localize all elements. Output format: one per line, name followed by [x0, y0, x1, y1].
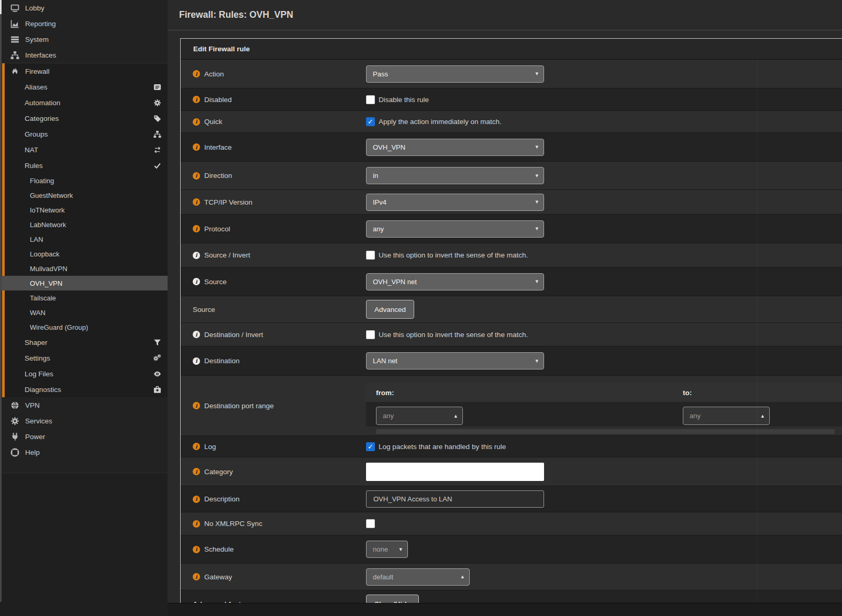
sidebar-item-vpn[interactable]: VPN: [0, 397, 168, 413]
sidebar-item-shaper[interactable]: Shaper: [0, 334, 168, 350]
interfaces-icon: [10, 51, 19, 60]
interface-select[interactable]: OVH_VPN▾: [366, 139, 544, 156]
description-input[interactable]: OVH_VPN Access to LAN: [366, 490, 544, 508]
schedule-select[interactable]: none▾: [366, 541, 408, 558]
info-icon[interactable]: i: [193, 252, 200, 259]
source-advanced-button[interactable]: Advanced: [366, 300, 414, 319]
info-icon[interactable]: i: [193, 118, 200, 126]
sidebar-item-groups[interactable]: Groups: [0, 126, 168, 142]
sidebar-item-settings[interactable]: Settings: [0, 350, 168, 366]
field-label-cell: iLog: [181, 436, 366, 457]
sidebar-item-system[interactable]: System: [0, 31, 168, 47]
no-xmlrpc-sync-checkbox[interactable]: [366, 519, 375, 528]
info-icon[interactable]: i: [193, 468, 200, 475]
sidebar-item-automation[interactable]: Automation: [0, 95, 168, 110]
info-icon[interactable]: i: [193, 546, 200, 553]
source-invert-checkbox-label: Use this option to invert the sense of t…: [379, 251, 528, 259]
log-checkbox[interactable]: ✓: [366, 442, 375, 451]
info-icon[interactable]: i: [193, 331, 200, 338]
exchange-icon: [153, 146, 161, 154]
info-icon[interactable]: i: [193, 496, 200, 503]
sidebar-item-loopback[interactable]: Loopback: [0, 247, 168, 261]
form-row-category: iCategory: [181, 457, 842, 486]
sidebar-item-services[interactable]: Services: [0, 413, 168, 429]
port-from-select[interactable]: any▴: [376, 407, 463, 425]
protocol-select[interactable]: any▾: [366, 220, 544, 238]
source-select[interactable]: OVH_VPN net▾: [366, 273, 544, 290]
sidebar-item-guestnetwork[interactable]: GuestNetwork: [0, 188, 168, 203]
form-row-action: iActionPass▾: [181, 60, 842, 88]
sidebar-item-lobby[interactable]: Lobby: [0, 0, 168, 16]
sidebar-item-interfaces[interactable]: Interfaces: [0, 47, 168, 63]
sidebar-item-iotnetwork[interactable]: IoTNetwork: [0, 203, 168, 217]
info-icon[interactable]: i: [193, 172, 200, 180]
sidebar-item-help[interactable]: Help: [0, 444, 168, 460]
sidebar-item-power[interactable]: Power: [0, 429, 168, 444]
info-icon[interactable]: i: [193, 70, 200, 77]
form-row-direction: iDirectionin▾: [181, 161, 842, 189]
quick-checkbox[interactable]: ✓: [366, 117, 375, 126]
sidebar-item-categories[interactable]: Categories: [0, 110, 168, 126]
info-icon[interactable]: i: [193, 198, 200, 206]
info-icon[interactable]: i: [193, 357, 200, 365]
sidebar-item-label: Tailscale: [30, 294, 56, 302]
sidebar-item-lan[interactable]: LAN: [0, 232, 168, 247]
panel-title: Edit Firewall rule: [193, 45, 250, 53]
sidebar-item-tailscale[interactable]: Tailscale: [0, 290, 168, 305]
category-input[interactable]: [366, 463, 544, 481]
gateway-select[interactable]: default▴: [366, 568, 470, 586]
gear-icon: [10, 417, 19, 425]
info-icon[interactable]: i: [193, 96, 200, 103]
sidebar-item-labnetwork[interactable]: LabNetwork: [0, 217, 168, 232]
sidebar-item-mullvadvpn[interactable]: MullvadVPN: [0, 261, 168, 276]
selected-value: any: [690, 412, 701, 420]
source-invert-checkbox[interactable]: [366, 251, 375, 260]
sidebar-scrollbar-track[interactable]: [0, 0, 2, 602]
sidebar-item-wan[interactable]: WAN: [0, 305, 168, 320]
info-icon[interactable]: i: [193, 520, 200, 528]
sidebar-item-floating[interactable]: Floating: [0, 173, 168, 188]
info-icon[interactable]: i: [193, 402, 200, 409]
sidebar-item-label: Settings: [25, 354, 50, 362]
life-ring-icon: [10, 448, 19, 457]
field-label: Action: [204, 70, 224, 78]
port-range-scrollbar[interactable]: [376, 429, 835, 434]
info-icon[interactable]: i: [193, 443, 200, 450]
sidebar-item-reporting[interactable]: Reporting: [0, 16, 168, 31]
sidebar-footer: [0, 473, 168, 616]
action-select[interactable]: Pass▾: [366, 65, 544, 83]
caret-down-icon: ▾: [535, 198, 538, 205]
gears-icon: [153, 354, 161, 362]
sidebar-item-label: Log Files: [25, 370, 53, 378]
sidebar-item-log-files[interactable]: Log Files: [0, 366, 168, 382]
sidebar-item-label: IoTNetwork: [30, 206, 64, 214]
form-row-destination-port-range: iDestination port rangefrom:to:any▴any▴: [181, 375, 842, 435]
bottom-cropped-row: [168, 603, 842, 616]
field-label-cell: iQuick: [181, 111, 366, 132]
destination-select[interactable]: LAN net▾: [366, 352, 544, 369]
port-to-select[interactable]: any▴: [683, 407, 770, 425]
sidebar-item-ovh-vpn[interactable]: OVH_VPN: [0, 276, 168, 290]
field-control-cell: any▾: [366, 215, 842, 243]
tcpip-version-select[interactable]: IPv4▾: [366, 194, 544, 211]
sidebar-item-nat[interactable]: NAT: [0, 142, 168, 158]
sidebar-scrollbar-thumb[interactable]: [0, 0, 2, 14]
destination-invert-checkbox[interactable]: [366, 330, 375, 339]
field-label: Destination / Invert: [204, 331, 263, 339]
quick-checkbox-group: ✓Apply the action immediately on match.: [366, 117, 502, 126]
sidebar-item-firewall[interactable]: Firewall: [0, 63, 168, 79]
info-icon[interactable]: i: [193, 278, 200, 285]
sidebar-item-rules[interactable]: Rules: [0, 158, 168, 173]
sidebar-item-aliases[interactable]: Aliases: [0, 79, 168, 95]
selected-value: Pass: [373, 70, 388, 78]
disabled-checkbox[interactable]: [366, 95, 375, 104]
info-icon[interactable]: i: [193, 225, 200, 232]
sidebar-item-label: GuestNetwork: [30, 192, 73, 199]
info-icon[interactable]: i: [193, 573, 200, 580]
info-icon[interactable]: i: [193, 143, 200, 151]
direction-select[interactable]: in▾: [366, 167, 544, 184]
caret-up-icon: ▴: [454, 412, 457, 419]
sidebar-top-section: LobbyReportingSystemInterfaces: [0, 0, 168, 63]
sidebar-item-diagnostics[interactable]: Diagnostics: [0, 382, 168, 397]
sidebar-item-wireguard-group[interactable]: WireGuard (Group): [0, 320, 168, 334]
